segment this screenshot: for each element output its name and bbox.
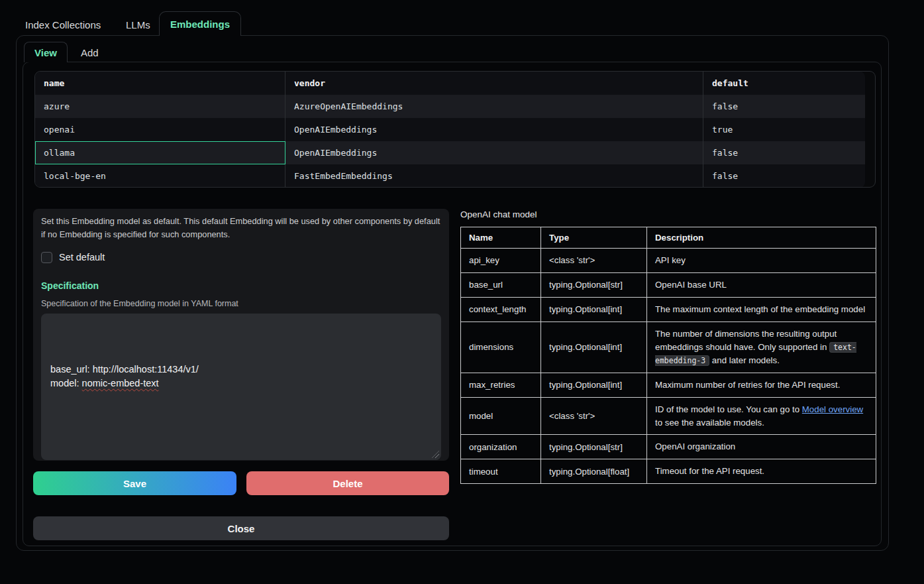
spec-table-row: api_key<class 'str'>API key xyxy=(461,249,876,273)
spec-param-name: dimensions xyxy=(461,321,541,373)
table-row: azureAzureOpenAIEmbeddingsfalse xyxy=(35,95,865,118)
spec-param-description: OpenAI base URL xyxy=(647,272,876,297)
tab-llms[interactable]: LLMs xyxy=(126,19,150,30)
tab-view[interactable]: View xyxy=(24,42,68,62)
spec-param-description: ID of the model to use. You can go to Mo… xyxy=(647,397,876,435)
dataframe-cell[interactable]: azure xyxy=(35,95,285,118)
dataframe-cell[interactable]: false xyxy=(703,164,865,188)
dataframe-cell[interactable]: false xyxy=(703,141,865,164)
yaml-line: base_url: http://localhost:11434/v1/ xyxy=(50,363,432,377)
yaml-line: model: nomic-embed-text xyxy=(50,377,432,390)
spec-param-name: timeout xyxy=(461,459,541,484)
table-row: local-bge-enFastEmbedEmbeddingsfalse xyxy=(35,164,865,188)
embeddings-table: namevendordefaultazureAzureOpenAIEmbeddi… xyxy=(34,71,876,188)
description-text: Maximum number of retries for the API re… xyxy=(655,380,840,390)
spec-table-row: timeouttyping.Optional[float]Timeout for… xyxy=(461,459,876,484)
table-row: ollamaOpenAIEmbeddingsfalse xyxy=(35,141,865,164)
dataframe-cell[interactable]: local-bge-en xyxy=(35,164,285,188)
yaml-spec-textarea[interactable]: base_url: http://localhost:11434/v1/mode… xyxy=(41,314,441,460)
spec-table-row: max_retriestyping.Optional[int]Maximum n… xyxy=(461,373,876,397)
dataframe-cell[interactable]: AzureOpenAIEmbeddings xyxy=(285,95,703,118)
dataframe-cell[interactable]: ollama xyxy=(35,141,285,164)
spec-param-type: typing.Optional[int] xyxy=(541,321,647,373)
spec-param-description: OpenAI organization xyxy=(647,435,876,459)
table-row: openaiOpenAIEmbeddingstrue xyxy=(35,118,865,141)
description-text: The maximum context length of the embedd… xyxy=(655,304,865,314)
dataframe-header-cell[interactable]: name xyxy=(35,72,285,95)
description-text: The number of dimensions the resulting o… xyxy=(655,329,837,352)
spec-param-description: The number of dimensions the resulting o… xyxy=(647,321,876,373)
spec-table-header-cell: Type xyxy=(541,227,647,249)
dataframe-header-row: namevendordefault xyxy=(35,72,865,95)
spec-table-row: model<class 'str'>ID of the model to use… xyxy=(461,397,876,435)
description-text: ID of the model to use. You can go to xyxy=(655,404,802,414)
specification-heading: Specification xyxy=(41,280,441,291)
dataframe-cell[interactable]: OpenAIEmbeddings xyxy=(285,141,703,164)
set-default-description: Set this Embedding model as default. Thi… xyxy=(41,215,441,242)
model-overview-link[interactable]: Model overview xyxy=(802,404,863,414)
spec-table-header-cell: Name xyxy=(461,227,541,249)
spec-table-header-cell: Description xyxy=(647,227,876,249)
spec-param-name: organization xyxy=(461,435,541,459)
description-text: Timeout for the API request. xyxy=(655,466,764,476)
spec-param-type: <class 'str'> xyxy=(541,397,647,435)
specification-sublabel: Specification of the Embedding model in … xyxy=(41,299,441,308)
spec-table-title: OpenAI chat model xyxy=(460,209,537,219)
spec-param-name: api_key xyxy=(461,249,541,273)
tab-embeddings[interactable]: Embeddings xyxy=(159,11,241,36)
embeddings-tab-panel: View Add namevendordefaultazureAzureOpen… xyxy=(16,35,889,551)
spec-table-row: organizationtyping.Optional[str]OpenAI o… xyxy=(461,435,876,459)
tab-add[interactable]: Add xyxy=(81,47,99,58)
save-button[interactable]: Save xyxy=(33,471,236,495)
spec-table-row: dimensionstyping.Optional[int]The number… xyxy=(461,321,876,373)
dataframe-cell[interactable]: openai xyxy=(35,118,285,141)
spec-param-name: model xyxy=(461,397,541,435)
description-text: OpenAI base URL xyxy=(655,280,727,290)
spec-param-type: <class 'str'> xyxy=(541,249,647,273)
spec-param-description: API key xyxy=(647,249,876,273)
description-text: API key xyxy=(655,255,686,265)
tab-index-collections[interactable]: Index Collections xyxy=(25,19,101,30)
view-tab-panel: namevendordefaultazureAzureOpenAIEmbeddi… xyxy=(23,62,882,546)
spec-table-row: context_lengthtyping.Optional[int]The ma… xyxy=(461,297,876,321)
set-default-checkbox-row[interactable]: Set default xyxy=(41,252,441,263)
spec-param-name: context_length xyxy=(461,297,541,321)
spec-param-type: typing.Optional[int] xyxy=(541,297,647,321)
spec-param-description: Maximum number of retries for the API re… xyxy=(647,373,876,397)
dataframe-cell[interactable]: false xyxy=(703,95,865,118)
dataframe-cell[interactable]: true xyxy=(703,118,865,141)
dataframe-header-cell[interactable]: default xyxy=(703,72,865,95)
dataframe-cell[interactable]: OpenAIEmbeddings xyxy=(285,118,703,141)
description-text: OpenAI organization xyxy=(655,441,735,451)
spec-param-name: base_url xyxy=(461,272,541,297)
dataframe-cell[interactable]: FastEmbedEmbeddings xyxy=(285,164,703,188)
close-button[interactable]: Close xyxy=(33,516,449,540)
spec-param-type: typing.Optional[str] xyxy=(541,435,647,459)
spec-table-header-row: NameTypeDescription xyxy=(461,227,876,249)
delete-button[interactable]: Delete xyxy=(246,471,449,495)
description-text: to see the available models. xyxy=(655,418,764,428)
spec-param-type: typing.Optional[int] xyxy=(541,373,647,397)
resize-handle[interactable] xyxy=(432,451,439,458)
description-text: and later models. xyxy=(709,355,780,365)
dataframe-header-cell[interactable]: vendor xyxy=(285,72,703,95)
spec-param-name: max_retries xyxy=(461,373,541,397)
spec-table-row: base_urltyping.Optional[str]OpenAI base … xyxy=(461,272,876,297)
set-default-checkbox[interactable] xyxy=(41,252,52,263)
spec-table: NameTypeDescription api_key<class 'str'>… xyxy=(460,227,876,484)
set-default-label: Set default xyxy=(59,252,105,263)
spec-param-type: typing.Optional[str] xyxy=(541,272,647,297)
spec-param-description: The maximum context length of the embedd… xyxy=(647,297,876,321)
spec-param-type: typing.Optional[float] xyxy=(541,459,647,484)
spec-param-description: Timeout for the API request. xyxy=(647,459,876,484)
embedding-settings-panel: Set this Embedding model as default. Thi… xyxy=(33,209,449,461)
